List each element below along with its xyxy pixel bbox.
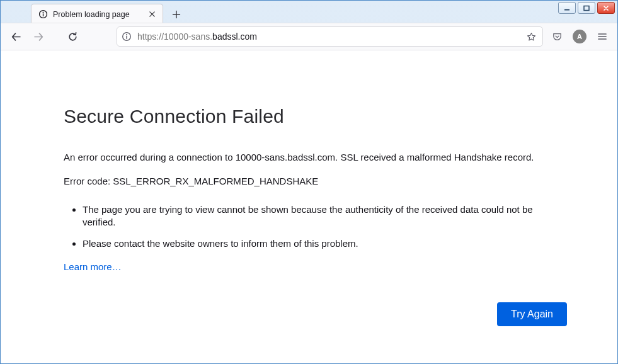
try-again-button[interactable]: Try Again xyxy=(497,302,567,326)
url-subdomain: 10000-sans. xyxy=(164,31,212,42)
browser-tab[interactable]: Problem loading page xyxy=(31,4,163,24)
url-bar[interactable]: https://10000-sans.badssl.com xyxy=(117,26,543,47)
error-page-content: Secure Connection Failed An error occurr… xyxy=(1,50,617,364)
titlebar: Problem loading page xyxy=(1,1,617,23)
pocket-button[interactable] xyxy=(547,26,567,47)
identity-info-icon[interactable] xyxy=(121,31,132,42)
tab-title: Problem loading page xyxy=(53,10,141,19)
svg-rect-4 xyxy=(584,6,589,10)
learn-more-link[interactable]: Learn more… xyxy=(64,261,122,272)
window-close-button[interactable] xyxy=(597,2,615,14)
error-bullet-1: The page you are trying to view cannot b… xyxy=(83,203,567,229)
reload-icon xyxy=(67,31,78,42)
new-tab-button[interactable] xyxy=(167,5,186,24)
info-icon xyxy=(38,9,48,20)
url-scheme: https:// xyxy=(137,31,164,42)
avatar-initial: A xyxy=(577,33,582,40)
error-description-1: An error occurred during a connection to… xyxy=(64,151,567,164)
arrow-left-icon xyxy=(11,31,21,42)
close-icon xyxy=(149,11,156,18)
svg-point-1 xyxy=(42,12,43,13)
svg-rect-3 xyxy=(564,9,569,10)
url-text: https://10000-sans.badssl.com xyxy=(137,31,518,42)
forward-button[interactable] xyxy=(28,26,49,47)
avatar: A xyxy=(573,30,587,43)
maximize-icon xyxy=(583,5,590,11)
error-bullet-list: The page you are trying to view cannot b… xyxy=(83,203,567,251)
error-title: Secure Connection Failed xyxy=(64,106,567,127)
svg-point-6 xyxy=(126,34,127,35)
app-menu-button[interactable] xyxy=(592,26,612,47)
star-icon xyxy=(526,31,537,42)
bookmark-button[interactable] xyxy=(524,29,539,44)
navigation-toolbar: https://10000-sans.badssl.com A xyxy=(1,23,617,50)
toolbar-right-group: A xyxy=(547,26,612,47)
error-bullet-2: Please contact the website owners to inf… xyxy=(83,237,567,250)
back-button[interactable] xyxy=(6,26,26,47)
reload-button[interactable] xyxy=(62,26,83,47)
info-icon xyxy=(122,31,132,42)
error-code: Error code: SSL_ERROR_RX_MALFORMED_HANDS… xyxy=(64,175,567,188)
minimize-icon xyxy=(564,5,570,11)
svg-rect-7 xyxy=(126,36,127,39)
account-button[interactable]: A xyxy=(569,26,590,47)
tab-close-button[interactable] xyxy=(146,9,157,20)
close-icon xyxy=(603,5,609,11)
url-host: badssl.com xyxy=(212,31,257,42)
window-caption-buttons xyxy=(558,2,615,14)
pocket-icon xyxy=(552,31,563,42)
hamburger-icon xyxy=(597,31,607,42)
window-maximize-button[interactable] xyxy=(578,2,595,14)
window-minimize-button[interactable] xyxy=(558,2,576,14)
plus-icon xyxy=(172,10,181,19)
arrow-right-icon xyxy=(33,31,44,42)
svg-rect-2 xyxy=(42,13,43,16)
